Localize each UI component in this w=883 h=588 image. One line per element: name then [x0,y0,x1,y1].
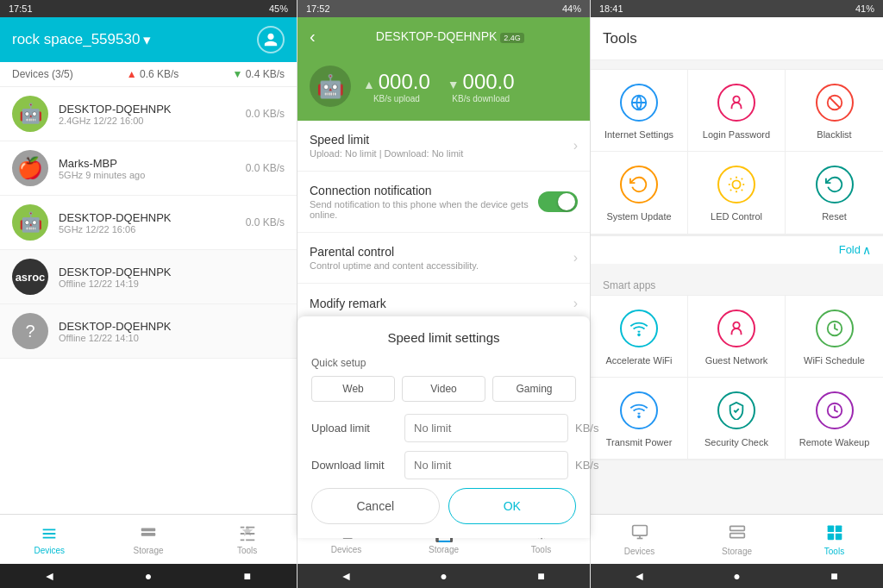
smart-apps-section: Smart apps Accelerate WiFi Gue [591,272,883,461]
quick-setup-buttons: Web Video Gaming [311,376,576,402]
svg-point-3 [733,97,739,103]
transmit-power-tool[interactable]: Transmit Power [591,378,688,460]
p2-device-card: 🤖 ▲ 000.0 KB/s upload ▼ 000.0 KB/s downl… [297,55,590,121]
recents-button[interactable]: ■ [826,567,843,585]
wifi-schedule-tool[interactable]: WiFi Schedule [786,296,883,378]
dropdown-icon: ▾ [143,31,151,49]
panel-devices: 17:51 45% rock space_559530 ▾ Devices (3… [0,0,297,588]
modify-remark-title: Modify remark [310,297,573,310]
quick-setup-label: Quick setup [311,357,576,369]
download-label: KB/s download [448,94,515,103]
panel-device-detail: 17:52 44% ‹ DESKTOP-DQEHNPK 2.4G 🤖 ▲ 000… [297,0,591,588]
security-check-tool[interactable]: Security Check [688,378,786,460]
back-button[interactable]: ◄ [631,567,648,585]
p2-battery: 44% [562,3,581,14]
home-button[interactable]: ● [729,567,746,585]
device-item[interactable]: asroc DESKTOP-DQEHNPK Offline 12/22 14:1… [0,250,297,304]
p3-system-bar: ◄ ● ■ [591,564,883,588]
recents-button[interactable]: ■ [533,567,550,585]
device-item[interactable]: 🤖 DESKTOP-DQEHNPK 2.4GHz 12/22 16:00 0.0… [0,87,297,141]
cancel-button[interactable]: Cancel [311,488,440,524]
upload-speed: ▲ 0.6 KB/s [127,68,179,80]
recents-button[interactable]: ■ [239,567,256,585]
speed-limit-menu-item[interactable]: Speed limit Upload: No limit | Download:… [297,121,590,172]
led-control-tool[interactable]: LED Control [688,152,786,234]
p2-system-bar: ◄ ● ■ [297,564,590,588]
p1-header: rock space_559530 ▾ [0,17,297,62]
login-password-tool[interactable]: Login Password [688,70,786,152]
p3-nav-devices[interactable]: Devices [591,515,688,564]
internet-settings-tool[interactable]: Internet Settings [591,70,688,152]
tools-icon [826,523,843,545]
parental-control-menu-item[interactable]: Parental control Control uptime and cont… [297,233,590,284]
device-name: DESKTOP-DQEHNPK [59,103,214,116]
back-button[interactable]: ‹ [310,27,316,47]
home-button[interactable]: ● [140,567,157,585]
p3-time: 18:41 [599,3,623,14]
connection-notification-menu-item[interactable]: Connection notification Send notificatio… [297,172,590,233]
download-speed: ▼ 0.4 KB/s [232,68,285,80]
svg-line-14 [742,178,742,179]
p3-nav-storage-label: Storage [722,547,752,556]
device-avatar: 🤖 [12,96,48,132]
gaming-button[interactable]: Gaming [492,376,576,402]
p1-nav-tools[interactable]: Tools [197,515,297,564]
back-button[interactable]: ◄ [41,567,58,585]
device-speed: 0.0 KB/s [224,216,285,228]
upload-value: ▲ 000.0 [363,70,430,94]
device-sub: Offline 12/22 14:10 [59,333,214,343]
p3-nav-tools-label: Tools [824,547,844,556]
device-sub: 5GHz 9 minutes ago [59,170,214,180]
device-item[interactable]: 🍎 Marks-MBP 5GHz 9 minutes ago 0.0 KB/s [0,141,297,196]
device-item[interactable]: ? DESKTOP-DQEHNPK Offline 12/22 14:10 [0,304,297,359]
remote-wakeup-tool[interactable]: Remote Wakeup [786,378,883,460]
home-button[interactable]: ● [435,567,453,585]
reset-tool[interactable]: Reset [786,152,883,234]
svg-rect-27 [827,533,834,540]
fold-row[interactable]: Fold ∧ [591,235,883,264]
ok-button[interactable]: OK [448,488,577,524]
p3-nav-storage[interactable]: Storage [688,515,786,564]
p1-nav-storage[interactable]: Storage [99,515,198,564]
guest-network-tool[interactable]: Guest Network [688,296,786,378]
p1-nav-devices[interactable]: Devices [0,515,99,564]
back-button[interactable]: ◄ [338,567,355,585]
download-limit-input[interactable] [404,451,568,479]
device-sub: 5GHz 12/22 16:06 [59,224,214,235]
system-update-label: System Update [606,210,671,222]
device-name: DESKTOP-DQEHNPK [59,211,214,224]
tools-grid: Internet Settings Login Password Blackli… [591,69,883,235]
notification-toggle[interactable] [538,191,578,212]
wifi-schedule-label: WiFi Schedule [804,354,865,366]
p1-status-bar: 17:51 45% [0,0,297,17]
device-name: Marks-MBP [59,157,214,170]
overlay-title: Speed limit settings [311,330,576,345]
accelerate-wifi-tool[interactable]: Accelerate WiFi [591,296,688,378]
wifi-schedule-icon [816,310,854,347]
connection-notification-title: Connection notification [310,184,538,197]
blacklist-tool[interactable]: Blacklist [786,70,883,152]
svg-line-5 [829,97,840,109]
video-button[interactable]: Video [402,376,485,402]
p3-nav-tools[interactable]: Tools [786,515,883,564]
chevron-right-icon: › [573,250,578,266]
p3-nav-devices-label: Devices [624,547,655,556]
device-item[interactable]: 🤖 DESKTOP-DQEHNPK 5GHz 12/22 16:06 0.0 K… [0,196,297,250]
upload-limit-input[interactable] [404,414,568,442]
internet-settings-icon [620,84,658,122]
p3-status-bar: 18:41 41% [591,0,883,17]
device-sub: 2.4GHz 12/22 16:00 [59,116,214,126]
p2-title: DESKTOP-DQEHNPK 2.4G [323,29,578,43]
smart-apps-label: Smart apps [591,272,883,295]
transmit-power-label: Transmit Power [606,436,673,448]
svg-rect-26 [835,525,842,532]
upload-limit-label: Upload limit [311,422,398,435]
guest-network-label: Guest Network [705,354,768,366]
web-button[interactable]: Web [311,376,395,402]
network-name[interactable]: rock space_559530 ▾ [12,31,151,49]
p2-nav-storage-label: Storage [429,545,459,554]
remote-wakeup-icon [816,391,854,429]
devices-count: Devices (3/5) [12,68,73,80]
user-avatar[interactable] [257,26,285,53]
system-update-tool[interactable]: System Update [591,152,688,234]
